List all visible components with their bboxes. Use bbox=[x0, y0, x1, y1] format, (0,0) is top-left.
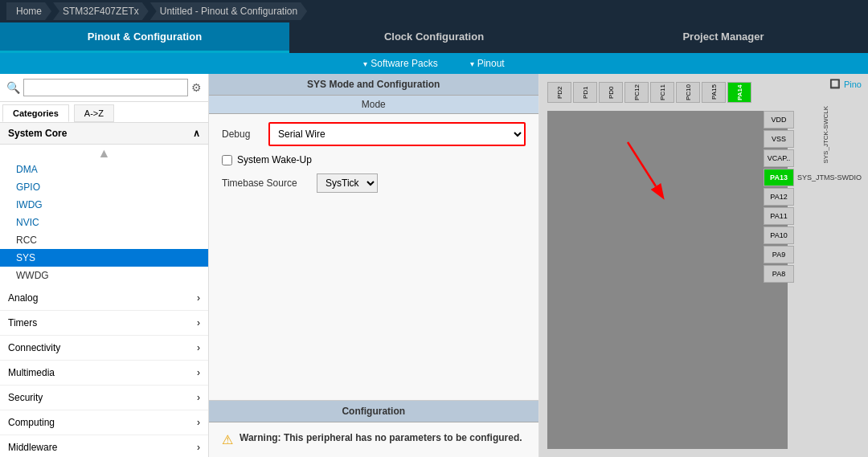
pin-pa13-label: SYS_JTMS-SWDIO bbox=[797, 173, 862, 182]
pin-pd0[interactable]: PD0 bbox=[599, 82, 623, 103]
pin-pa10[interactable]: PA10 bbox=[764, 226, 794, 244]
scroll-up-indicator: ▲ bbox=[0, 146, 208, 161]
chip-diagram-panel: 🔲 Pino SYS_JTCK-SWCLK PD2 PD1 PD0 PC12 P… bbox=[539, 74, 869, 457]
pin-pa8[interactable]: PA8 bbox=[764, 265, 794, 283]
chevron-down-icon: ▾ bbox=[470, 59, 474, 68]
sub-tab-bar: ▾ Software Packs ▾ Pinout bbox=[0, 53, 868, 74]
breadcrumb-bar: Home STM32F407ZETx Untitled - Pinout & C… bbox=[0, 0, 868, 22]
timebase-label: Timebase Source bbox=[222, 177, 310, 189]
pin-pa14[interactable]: PA14 bbox=[727, 82, 751, 103]
center-panel: SYS Mode and Configuration Mode Debug Se… bbox=[209, 74, 539, 457]
warning-box: ⚠ Warning: This peripheral has no parame… bbox=[209, 422, 538, 457]
warning-text: Warning: This peripheral has no paramete… bbox=[240, 432, 522, 443]
debug-select[interactable]: Serial Wire JTAG (5 pins) JTAG (4 pins) … bbox=[270, 124, 524, 145]
timebase-select[interactable]: SysTick TIM1 TIM2 bbox=[317, 173, 378, 193]
sidebar-item-rcc[interactable]: RCC bbox=[0, 231, 208, 249]
debug-select-wrapper: Serial Wire JTAG (5 pins) JTAG (4 pins) … bbox=[268, 122, 526, 146]
nav-computing[interactable]: Computing › bbox=[0, 410, 208, 435]
mode-header: Mode bbox=[209, 96, 538, 114]
debug-label: Debug bbox=[222, 129, 262, 140]
sidebar-item-iwdg[interactable]: IWDG bbox=[0, 196, 208, 214]
pin-vcap[interactable]: VCAP.. bbox=[764, 149, 794, 167]
panel-title: SYS Mode and Configuration bbox=[209, 74, 538, 96]
system-core-items: ▲ DMA GPIO IWDG NVIC RCC SYS WWDG bbox=[0, 145, 208, 286]
sidebar-content: System Core ∧ ▲ DMA GPIO IWDG NVIC RCC S… bbox=[0, 123, 208, 457]
pin-pc10[interactable]: PC10 bbox=[676, 82, 700, 103]
tab-az[interactable]: A->Z bbox=[74, 104, 114, 122]
chevron-right-icon: › bbox=[197, 342, 200, 353]
chevron-right-icon: › bbox=[197, 417, 200, 428]
breadcrumb-device[interactable]: STM32F407ZETx bbox=[53, 2, 149, 20]
tab-categories[interactable]: Categories bbox=[2, 104, 69, 122]
mode-section: Debug Serial Wire JTAG (5 pins) JTAG (4 … bbox=[209, 114, 538, 201]
right-pin-pa10: PA10 bbox=[764, 226, 862, 244]
pinout-label: 🔲 Pino bbox=[829, 79, 862, 89]
pin-pd2[interactable]: PD2 bbox=[547, 82, 571, 103]
nav-analog[interactable]: Analog › bbox=[0, 286, 208, 311]
right-pin-pa11: PA11 bbox=[764, 207, 862, 225]
pin-pa15[interactable]: PA15 bbox=[702, 82, 726, 103]
pin-pa11[interactable]: PA11 bbox=[764, 207, 794, 225]
system-wakeup-checkbox[interactable] bbox=[222, 155, 232, 165]
sub-tab-software-packs[interactable]: ▾ Software Packs bbox=[363, 58, 437, 69]
right-pin-pa13: PA13 SYS_JTMS-SWDIO bbox=[764, 169, 862, 186]
right-pin-pa9: PA9 bbox=[764, 246, 862, 263]
wakeup-label: System Wake-Up bbox=[237, 154, 312, 165]
chevron-down-icon: ▾ bbox=[363, 59, 367, 68]
gear-icon[interactable]: ⚙ bbox=[191, 81, 202, 94]
sidebar-item-sys[interactable]: SYS bbox=[0, 249, 208, 267]
pin-pc12[interactable]: PC12 bbox=[624, 82, 649, 103]
chevron-right-icon: › bbox=[197, 367, 200, 378]
nav-connectivity[interactable]: Connectivity › bbox=[0, 336, 208, 361]
category-tabs: Categories A->Z bbox=[0, 102, 208, 123]
chevron-right-icon: › bbox=[197, 442, 200, 453]
pinout-icon: 🔲 bbox=[829, 79, 841, 89]
sub-tab-pinout[interactable]: ▾ Pinout bbox=[470, 58, 505, 69]
right-pins: VDD VSS VCAP.. PA13 SYS_JTMS-SWDIO PA12 … bbox=[764, 111, 862, 283]
pin-vdd[interactable]: VDD bbox=[764, 111, 794, 129]
sidebar-item-wwdg[interactable]: WWDG bbox=[0, 267, 208, 284]
tab-clock[interactable]: Clock Configuration bbox=[289, 22, 579, 53]
pin-pa12[interactable]: PA12 bbox=[764, 188, 794, 206]
arrow-overlay bbox=[588, 138, 668, 205]
tab-bar: Pinout & Configuration Clock Configurati… bbox=[0, 22, 868, 53]
right-pin-vdd: VDD bbox=[764, 111, 862, 129]
pin-pa9[interactable]: PA9 bbox=[764, 246, 794, 263]
right-pin-pa12: PA12 bbox=[764, 188, 862, 206]
wakeup-row: System Wake-Up bbox=[222, 154, 526, 165]
warning-icon: ⚠ bbox=[222, 432, 233, 447]
tab-project-manager[interactable]: Project Manager bbox=[579, 22, 868, 53]
main-layout: 🔍 ⚙ Categories A->Z System Core ∧ ▲ DMA … bbox=[0, 74, 868, 457]
right-pin-vcap: VCAP.. bbox=[764, 149, 862, 167]
tab-pinout[interactable]: Pinout & Configuration bbox=[0, 22, 289, 53]
breadcrumb-home[interactable]: Home bbox=[6, 2, 51, 20]
right-pin-vss: VSS bbox=[764, 130, 862, 148]
chevron-right-icon: › bbox=[197, 392, 200, 403]
search-input[interactable] bbox=[23, 79, 188, 96]
pin-pa13[interactable]: PA13 bbox=[764, 169, 794, 186]
nav-middleware[interactable]: Middleware › bbox=[0, 435, 208, 457]
config-header: Configuration bbox=[209, 401, 538, 422]
pin-pc11[interactable]: PC11 bbox=[650, 82, 674, 103]
search-bar: 🔍 ⚙ bbox=[0, 74, 208, 102]
debug-row: Debug Serial Wire JTAG (5 pins) JTAG (4 … bbox=[222, 122, 526, 146]
sidebar-item-dma[interactable]: DMA bbox=[0, 161, 208, 178]
breadcrumb-project[interactable]: Untitled - Pinout & Configuration bbox=[150, 2, 307, 20]
timebase-row: Timebase Source SysTick TIM1 TIM2 bbox=[222, 173, 526, 193]
top-pins-row: PD2 PD1 PD0 PC12 PC11 PC10 PA15 PA14 bbox=[547, 82, 751, 103]
sidebar-item-gpio[interactable]: GPIO bbox=[0, 178, 208, 196]
pin-pd1[interactable]: PD1 bbox=[573, 82, 597, 103]
sidebar: 🔍 ⚙ Categories A->Z System Core ∧ ▲ DMA … bbox=[0, 74, 209, 457]
nav-security[interactable]: Security › bbox=[0, 386, 208, 410]
svg-line-1 bbox=[628, 142, 656, 186]
nav-multimedia[interactable]: Multimedia › bbox=[0, 361, 208, 386]
nav-timers[interactable]: Timers › bbox=[0, 311, 208, 336]
pin-vss[interactable]: VSS bbox=[764, 130, 794, 148]
sidebar-item-nvic[interactable]: NVIC bbox=[0, 214, 208, 231]
chevron-up-icon: ∧ bbox=[193, 128, 200, 139]
config-section: Configuration ⚠ Warning: This peripheral… bbox=[209, 400, 538, 457]
section-system-core[interactable]: System Core ∧ bbox=[0, 123, 208, 145]
search-icon[interactable]: 🔍 bbox=[6, 81, 20, 94]
right-pin-pa8: PA8 bbox=[764, 265, 862, 283]
chevron-right-icon: › bbox=[197, 317, 200, 328]
